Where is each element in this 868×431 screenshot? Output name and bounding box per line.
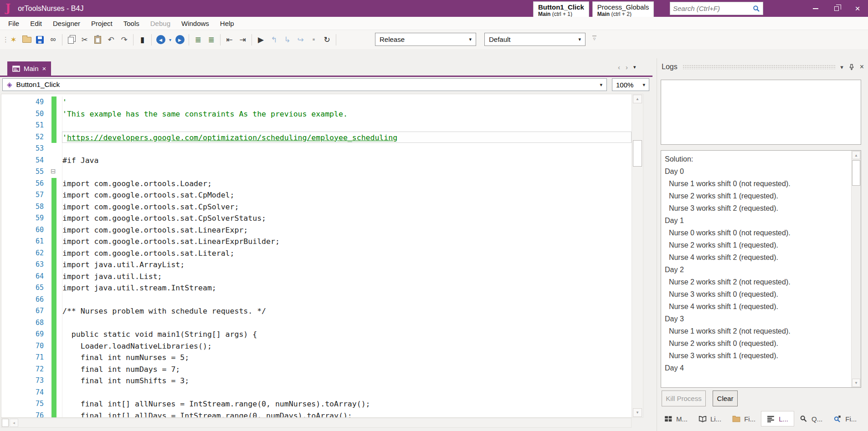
navigate-forward-icon[interactable]: ▶ <box>173 33 186 46</box>
line-number[interactable]: 68 <box>1 317 48 329</box>
line-number[interactable]: 50 <box>1 108 48 120</box>
solution-line[interactable]: Day 0 <box>665 165 861 177</box>
dock-tab-findref[interactable]: Fi... <box>828 411 862 426</box>
solution-line[interactable]: Nurse 2 works shift 1 (requested). <box>665 239 861 251</box>
zoom-select[interactable]: 100% ▾ <box>612 78 649 91</box>
scrollbar-thumb[interactable] <box>633 140 642 167</box>
rebuild-icon[interactable]: ↻ <box>320 33 334 46</box>
dock-tab-modules[interactable]: M... <box>659 411 693 426</box>
tab-main[interactable]: Main × <box>7 61 51 76</box>
tab-list-dropdown-icon[interactable]: ▾ <box>633 64 636 70</box>
scroll-up-icon[interactable]: ▲ <box>852 151 860 159</box>
dock-tab-book[interactable]: Li... <box>693 411 727 426</box>
code-text[interactable]: import com.google.ortools.sat.LinearExpr… <box>62 236 632 248</box>
redo-icon[interactable]: ↷ <box>118 33 131 46</box>
run-icon[interactable]: ▶ <box>254 33 267 46</box>
paste-icon[interactable] <box>91 33 104 46</box>
close-button[interactable]: × <box>847 0 868 17</box>
line-number[interactable]: 71 <box>1 352 48 364</box>
minimize-button[interactable] <box>805 0 826 17</box>
log-output-box[interactable] <box>661 80 861 145</box>
code-text[interactable] <box>62 120 632 132</box>
code-text[interactable]: import com.google.ortools.sat.Literal; <box>62 248 632 259</box>
solution-line[interactable]: Nurse 1 works shift 2 (not requested). <box>665 325 861 337</box>
line-number[interactable]: 65 <box>1 282 48 294</box>
code-text[interactable]: import com.google.ortools.Loader; <box>62 178 632 190</box>
resume-icon[interactable]: ↪ <box>294 33 307 46</box>
solution-line[interactable]: Nurse 1 works shift 0 (not requested). <box>665 177 861 190</box>
line-number[interactable]: 69 <box>1 329 48 340</box>
line-number[interactable]: 59 <box>1 213 48 224</box>
search-box[interactable] <box>670 2 763 15</box>
solution-line[interactable]: Nurse 4 works shift 1 (requested). <box>665 300 861 313</box>
solution-line[interactable]: Nurse 2 works shift 0 (requested). <box>665 337 861 350</box>
kill-process-button[interactable]: Kill Process <box>662 390 706 406</box>
menu-designer[interactable]: Designer <box>47 17 86 30</box>
line-number[interactable]: 54 <box>1 155 48 167</box>
find-icon[interactable]: ∞ <box>46 33 60 46</box>
panel-menu-icon[interactable]: ▾ <box>840 64 843 71</box>
tab-scroll-right-icon[interactable]: › <box>626 63 628 71</box>
line-number[interactable]: 76 <box>1 410 48 418</box>
code-text[interactable]: import java.util.ArrayList; <box>62 259 632 271</box>
code-text[interactable]: #if Java <box>62 155 632 167</box>
code-text[interactable] <box>62 143 632 155</box>
clear-button[interactable]: Clear <box>713 390 738 406</box>
editor-horizontal-scrollbar[interactable]: ◂ <box>1 418 632 428</box>
solution-line[interactable]: Day 1 <box>665 214 861 227</box>
scroll-down-icon[interactable]: ▼ <box>852 379 860 387</box>
line-number[interactable]: 64 <box>1 271 48 283</box>
pin-icon[interactable] <box>848 64 855 70</box>
solution-line[interactable]: Nurse 2 works shift 1 (requested). <box>665 190 861 202</box>
code-text[interactable]: final int numNurses = 5; <box>62 352 632 364</box>
line-number[interactable]: 61 <box>1 236 48 248</box>
line-number[interactable]: 56 <box>1 178 48 190</box>
line-number[interactable]: 75 <box>1 398 48 410</box>
solution-line[interactable]: Day 2 <box>665 264 861 276</box>
code-text[interactable]: import java.util.stream.IntStream; <box>62 282 632 294</box>
uncomment-icon[interactable]: ≣ <box>205 33 218 46</box>
line-number[interactable]: 63 <box>1 259 48 271</box>
solution-line[interactable]: Day 3 <box>665 313 861 325</box>
panel-close-icon[interactable]: × <box>860 63 864 71</box>
member-select[interactable]: ◈ Button1_Click ▾ <box>2 78 607 91</box>
line-number[interactable]: 52 <box>1 132 48 143</box>
code-text[interactable]: 'https://developers.google.com/optimizat… <box>62 132 632 143</box>
code-text[interactable] <box>62 166 632 178</box>
menu-file[interactable]: File <box>3 17 25 30</box>
tab-scroll-left-icon[interactable]: ‹ <box>618 63 620 71</box>
step-over-icon[interactable]: ↳ <box>281 33 294 46</box>
solution-line[interactable]: Nurse 2 works shift 2 (not requested). <box>665 276 861 288</box>
code-text[interactable] <box>62 294 632 306</box>
copy-icon[interactable] <box>65 33 78 46</box>
new-project-icon[interactable]: ✶ <box>7 33 20 46</box>
code-text[interactable]: import java.util.List; <box>62 271 632 283</box>
fold-collapse-icon[interactable]: ⊟ <box>51 167 56 175</box>
solution-line[interactable]: Nurse 3 works shift 2 (requested). <box>665 202 861 214</box>
line-number[interactable]: 67 <box>1 305 48 317</box>
cut-icon[interactable]: ✂ <box>78 33 91 46</box>
scroll-left-icon[interactable]: ◂ <box>10 419 18 427</box>
code-text[interactable]: 'This example has the same constraints A… <box>62 108 632 120</box>
editor-vertical-scrollbar[interactable]: ▲ ▼ <box>632 94 643 418</box>
menu-windows[interactable]: Windows <box>176 17 215 30</box>
dock-tab-magnifier[interactable]: Q... <box>794 411 828 426</box>
line-number[interactable]: 60 <box>1 224 48 236</box>
stop-icon[interactable]: ▪ <box>307 33 320 46</box>
dock-tab-loglines[interactable]: L... <box>761 411 794 426</box>
save-icon[interactable] <box>33 33 46 46</box>
navigate-back-icon[interactable]: ◀ <box>154 33 167 46</box>
step-into-icon[interactable]: ↰ <box>267 33 281 46</box>
solution-line[interactable]: Nurse 0 works shift 0 (not requested). <box>665 227 861 239</box>
maximize-button[interactable] <box>826 0 847 17</box>
code-text[interactable]: final int[] allDays = IntStream.range(0,… <box>62 410 632 418</box>
code-text[interactable]: import com.google.ortools.sat.CpSolverSt… <box>62 213 632 224</box>
line-number[interactable]: 66 <box>1 294 48 306</box>
comment-icon[interactable]: ≣ <box>191 33 205 46</box>
search-icon[interactable] <box>753 5 760 12</box>
comment-link[interactable]: https://developers.google.com/optimizati… <box>67 133 397 142</box>
line-number[interactable]: 62 <box>1 248 48 259</box>
code-editor[interactable]: 49'50'This example has the same constrai… <box>1 94 632 418</box>
code-text[interactable]: import com.google.ortools.sat.LinearExpr… <box>62 224 632 236</box>
line-number[interactable]: 73 <box>1 375 48 387</box>
